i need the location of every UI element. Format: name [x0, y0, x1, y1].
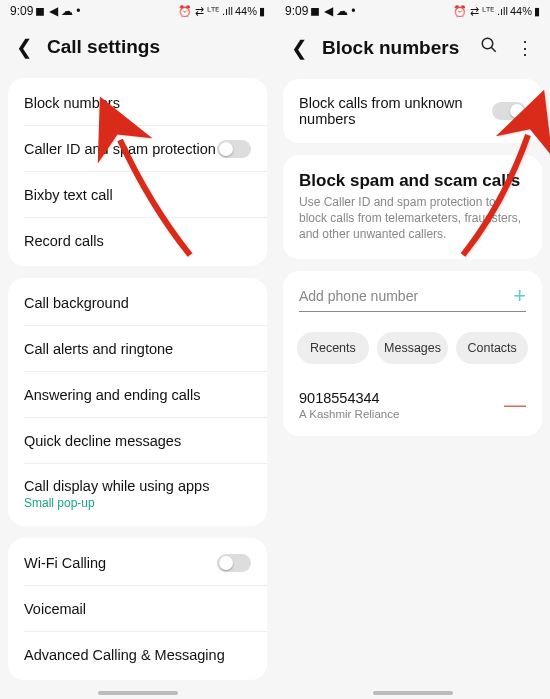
status-time: 9:09 [10, 4, 33, 18]
add-phone-row: + [283, 273, 542, 320]
add-phone-input[interactable] [299, 288, 505, 304]
row-quick-decline[interactable]: Quick decline messages [8, 418, 267, 464]
blocked-carrier: A Kashmir Reliance [299, 408, 399, 420]
status-right-icons: ⏰ ⇄ ᴸᵀᴱ .ıll [453, 5, 508, 18]
status-bar: 9:09 ◼ ◀ ☁ • ⏰ ⇄ ᴸᵀᴱ .ıll 44% ▮ [275, 0, 550, 22]
row-label: Bixby text call [24, 187, 251, 203]
header: ❮ Block numbers ⋮ [275, 22, 550, 73]
row-advanced-calling[interactable]: Advanced Calling & Messaging [8, 632, 267, 678]
status-right-icons: ⏰ ⇄ ᴸᵀᴱ .ıll [178, 5, 233, 18]
remove-icon[interactable]: — [504, 394, 526, 416]
blocked-row: 9018554344 A Kashmir Reliance — [283, 376, 542, 434]
back-icon[interactable]: ❮ [291, 38, 308, 58]
row-call-background[interactable]: Call background [8, 280, 267, 326]
page-title: Call settings [47, 36, 259, 58]
status-left-icons: ◼ ◀ ☁ • [310, 4, 355, 18]
chip-contacts[interactable]: Contacts [456, 332, 528, 364]
status-battery: 44% [510, 5, 532, 17]
row-call-display[interactable]: Call display while using apps Small pop-… [8, 464, 267, 524]
row-label: Voicemail [24, 601, 251, 617]
row-block-numbers[interactable]: Block numbers [8, 80, 267, 126]
source-chips: Recents Messages Contacts [283, 320, 542, 376]
nav-bar[interactable] [373, 691, 453, 695]
row-label: Advanced Calling & Messaging [24, 647, 251, 663]
settings-group-2: Call background Call alerts and ringtone… [8, 278, 267, 526]
row-block-unknown[interactable]: Block calls from unknown numbers [283, 81, 542, 141]
row-label: Block calls from unknown numbers [299, 95, 492, 127]
screen-call-settings: 9:09 ◼ ◀ ☁ • ⏰ ⇄ ᴸᵀᴱ .ıll 44% ▮ ❮ Call s… [0, 0, 275, 699]
status-battery: 44% [235, 5, 257, 17]
chip-recents[interactable]: Recents [297, 332, 369, 364]
row-label: Block numbers [24, 95, 251, 111]
svg-line-1 [491, 47, 496, 52]
row-label: Quick decline messages [24, 433, 251, 449]
section-title: Block spam and scam calls [299, 171, 520, 190]
blocked-number: 9018554344 [299, 390, 399, 406]
row-label: Caller ID and spam protection [24, 141, 217, 157]
settings-group-3: Wi-Fi Calling Voicemail Advanced Calling… [8, 538, 267, 680]
row-label: Call display while using apps Small pop-… [24, 478, 251, 510]
search-icon[interactable] [480, 36, 498, 59]
more-icon[interactable]: ⋮ [516, 37, 534, 59]
chip-messages[interactable]: Messages [377, 332, 449, 364]
toggle-block-unknown[interactable] [492, 102, 526, 120]
settings-group-1: Block numbers Caller ID and spam protect… [8, 78, 267, 266]
row-label: Wi-Fi Calling [24, 555, 217, 571]
page-title: Block numbers [322, 37, 466, 59]
screen-block-numbers: 9:09 ◼ ◀ ☁ • ⏰ ⇄ ᴸᵀᴱ .ıll 44% ▮ ❮ Block … [275, 0, 550, 699]
row-label-text: Call display while using apps [24, 478, 209, 494]
row-block-spam[interactable]: Block spam and scam calls Use Caller ID … [283, 157, 542, 257]
section-desc: Use Caller ID and spam protection to blo… [299, 194, 526, 243]
battery-icon: ▮ [534, 5, 540, 18]
card-block-unknown: Block calls from unknown numbers [283, 79, 542, 143]
row-answering-ending[interactable]: Answering and ending calls [8, 372, 267, 418]
row-sublabel: Small pop-up [24, 496, 251, 510]
card-add-number: + Recents Messages Contacts 9018554344 A… [283, 271, 542, 436]
row-label: Answering and ending calls [24, 387, 251, 403]
row-voicemail[interactable]: Voicemail [8, 586, 267, 632]
row-wifi-calling[interactable]: Wi-Fi Calling [8, 540, 267, 586]
status-time: 9:09 [285, 4, 308, 18]
status-bar: 9:09 ◼ ◀ ☁ • ⏰ ⇄ ᴸᵀᴱ .ıll 44% ▮ [0, 0, 275, 22]
row-bixby-text-call[interactable]: Bixby text call [8, 172, 267, 218]
add-icon[interactable]: + [505, 285, 526, 307]
row-record-calls[interactable]: Record calls [8, 218, 267, 264]
back-icon[interactable]: ❮ [16, 37, 33, 57]
row-call-alerts-ringtone[interactable]: Call alerts and ringtone [8, 326, 267, 372]
row-label: Record calls [24, 233, 251, 249]
row-label: Call alerts and ringtone [24, 341, 251, 357]
header: ❮ Call settings [0, 22, 275, 72]
svg-point-0 [482, 38, 493, 49]
card-block-spam: Block spam and scam calls Use Caller ID … [283, 155, 542, 259]
row-label: Call background [24, 295, 251, 311]
toggle-caller-id[interactable] [217, 140, 251, 158]
toggle-wifi-calling[interactable] [217, 554, 251, 572]
status-left-icons: ◼ ◀ ☁ • [35, 4, 80, 18]
nav-bar[interactable] [98, 691, 178, 695]
row-caller-id-spam[interactable]: Caller ID and spam protection [8, 126, 267, 172]
battery-icon: ▮ [259, 5, 265, 18]
